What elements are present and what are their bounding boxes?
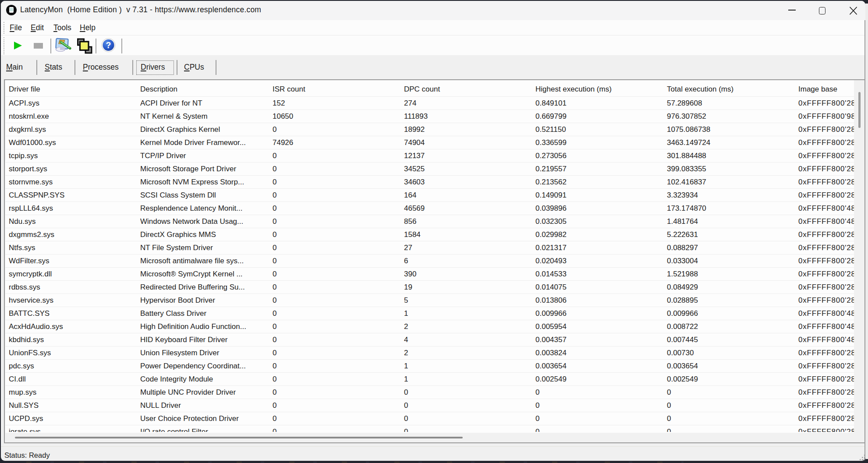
svg-text:?: ?	[106, 40, 111, 50]
